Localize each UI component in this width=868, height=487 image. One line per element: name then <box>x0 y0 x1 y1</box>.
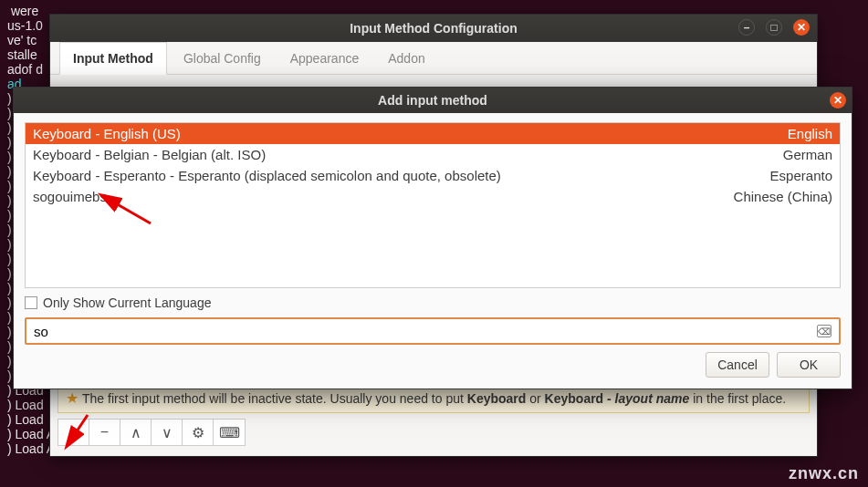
close-button[interactable]: ✕ <box>793 19 810 36</box>
add-input-method-dialog: Add input method ✕ Keyboard - English (U… <box>13 87 852 389</box>
search-input[interactable] <box>34 324 817 339</box>
minimize-button[interactable]: – <box>738 19 755 36</box>
tab-input-method[interactable]: Input Method <box>59 42 167 75</box>
config-tab-bar: Input Method Global Config Appearance Ad… <box>50 42 817 75</box>
watermark: znwx.cn <box>789 464 859 483</box>
configure-button[interactable]: ⚙ <box>183 420 214 445</box>
clear-search-icon[interactable]: ⌫ <box>817 325 831 337</box>
only-current-language-row[interactable]: Only Show Current Language <box>25 295 841 310</box>
dialog-close-button[interactable]: ✕ <box>830 92 846 109</box>
ok-button[interactable]: OK <box>777 352 841 378</box>
move-down-button[interactable]: ∨ <box>152 420 183 445</box>
list-item[interactable]: Keyboard - Belgian - Belgian (alt. ISO)G… <box>26 144 840 165</box>
config-window-titlebar: Input Method Configuration – □ ✕ <box>50 15 817 42</box>
window-control-buttons: – □ ✕ <box>738 19 810 36</box>
tab-global-config[interactable]: Global Config <box>171 43 274 74</box>
remove-button[interactable]: − <box>89 420 120 445</box>
input-method-list[interactable]: Keyboard - English (US)EnglishKeyboard -… <box>25 122 841 288</box>
add-button[interactable]: + <box>58 420 89 445</box>
maximize-button[interactable]: □ <box>766 19 782 36</box>
cancel-button[interactable]: Cancel <box>706 352 769 378</box>
list-item[interactable]: Keyboard - English (US)English <box>26 123 840 144</box>
tab-addon[interactable]: Addon <box>375 43 437 74</box>
dialog-title: Add input method <box>378 93 487 108</box>
input-method-toolbar: + − ∧ ∨ ⚙ ⌨ <box>58 419 246 446</box>
tab-appearance[interactable]: Appearance <box>277 43 372 74</box>
star-icon: ★ <box>66 389 78 407</box>
config-window-title: Input Method Configuration <box>350 21 518 36</box>
keyboard-button[interactable]: ⌨ <box>214 420 245 445</box>
move-up-button[interactable]: ∧ <box>120 420 152 445</box>
search-field[interactable]: ⌫ <box>25 317 841 345</box>
only-current-language-checkbox[interactable] <box>25 296 37 309</box>
dialog-titlebar: Add input method ✕ <box>14 88 852 113</box>
only-current-language-label: Only Show Current Language <box>43 295 211 310</box>
list-item[interactable]: sogouimebsChinese (China) <box>26 186 840 207</box>
list-item[interactable]: Keyboard - Esperanto - Esperanto (displa… <box>26 165 840 186</box>
